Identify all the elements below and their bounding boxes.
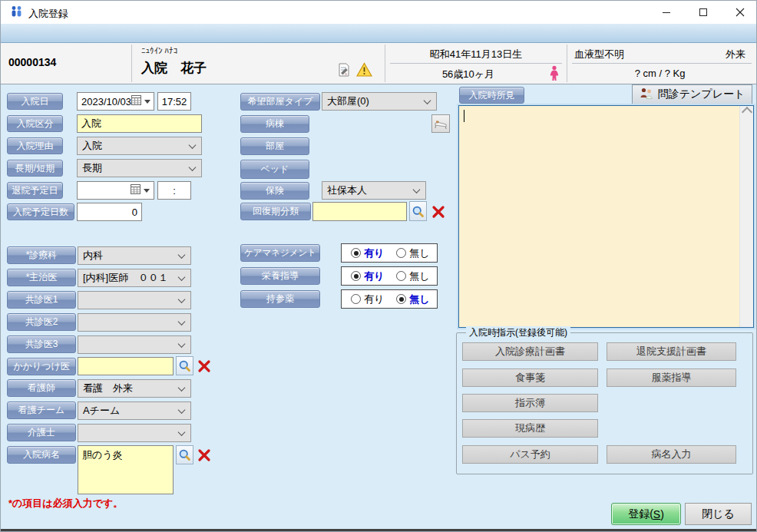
warning-icon bbox=[356, 62, 372, 81]
maximize-button[interactable] bbox=[686, 1, 721, 24]
radio-dot bbox=[396, 248, 406, 258]
edit-document-icon[interactable] bbox=[336, 62, 352, 81]
calendar-icon[interactable] bbox=[131, 184, 140, 197]
nutrition-guidance-yes-radio[interactable]: 有り bbox=[351, 269, 384, 283]
admission-disease-textarea[interactable]: 胆のう炎 bbox=[78, 445, 174, 494]
co-doctor-1-select[interactable] bbox=[78, 291, 191, 309]
label-ward: 病棟 bbox=[240, 115, 309, 133]
admission-reason-select[interactable]: 入院 bbox=[77, 137, 202, 155]
scroll-up-icon[interactable] bbox=[742, 107, 752, 117]
nurse-team-value: Aチーム bbox=[83, 404, 120, 418]
close-window-button[interactable] bbox=[722, 1, 757, 24]
divider bbox=[567, 45, 567, 82]
divider bbox=[385, 45, 385, 82]
label-co-doctor-1: 共診医1 bbox=[7, 291, 76, 309]
disease-search-button[interactable] bbox=[176, 445, 193, 464]
label-room: 部屋 bbox=[240, 137, 309, 155]
save-label-key: S bbox=[653, 508, 660, 520]
label-nurse: 看護師 bbox=[7, 379, 76, 397]
admission-registration-window: 入院登録 00000134 ﾆｭｳｲﾝ ﾊﾅｺ 入院 花子 bbox=[0, 0, 757, 532]
required-note: *の項目は必須入力です。 bbox=[8, 497, 123, 511]
disease-entry-button[interactable]: 病名入力 bbox=[607, 445, 736, 464]
family-doctor-clear-button[interactable] bbox=[196, 357, 213, 375]
term-select[interactable]: 長期 bbox=[77, 159, 202, 177]
present-illness-button[interactable]: 現病歴 bbox=[462, 419, 598, 438]
recovery-class-clear-button[interactable] bbox=[430, 202, 446, 221]
brought-medicine-radio-group: 有り 無し bbox=[341, 289, 438, 309]
discharge-date-input[interactable] bbox=[77, 181, 154, 200]
minimize-button[interactable] bbox=[649, 1, 684, 24]
brought-medicine-yes-radio[interactable]: 有り bbox=[351, 292, 384, 306]
admission-findings-textarea[interactable] bbox=[458, 105, 754, 328]
admission-class-input[interactable]: 入院 bbox=[77, 114, 202, 133]
medication-guidance-button[interactable]: 服薬指導 bbox=[607, 368, 736, 387]
label-admission-class: 入院区分 bbox=[7, 115, 63, 132]
disease-clear-button[interactable] bbox=[196, 446, 213, 464]
brought-medicine-no-radio[interactable]: 無し bbox=[396, 292, 429, 306]
window-bottom-edge bbox=[1, 529, 756, 532]
divider bbox=[572, 63, 752, 64]
care-management-radio-group: 有り 無し bbox=[341, 243, 438, 263]
family-doctor-input[interactable] bbox=[78, 357, 174, 375]
text-cursor bbox=[464, 110, 464, 122]
label-caregiver: 介護士 bbox=[7, 424, 76, 441]
care-plan-button[interactable]: 入院診療計画書 bbox=[462, 342, 598, 361]
planned-days-input[interactable]: 0 bbox=[77, 203, 142, 221]
calendar-icon[interactable] bbox=[131, 95, 141, 107]
co-doctor-2-select[interactable] bbox=[78, 313, 191, 332]
radio-dot bbox=[396, 271, 406, 281]
window-title: 入院登録 bbox=[28, 7, 68, 21]
save-label-suffix: ) bbox=[660, 508, 664, 520]
patient-body-measure: ? cm / ? Kg bbox=[568, 68, 752, 79]
caregiver-select[interactable] bbox=[78, 424, 191, 442]
label-care-management: ケアマネジメント bbox=[240, 244, 320, 262]
order-book-button[interactable]: 指示簿 bbox=[462, 394, 598, 412]
radio-label: 有り bbox=[364, 246, 384, 260]
admission-time-input[interactable]: 17:52 bbox=[157, 92, 191, 111]
admission-date-input[interactable]: 2023/10/03 bbox=[77, 92, 154, 111]
label-term: 長期/短期 bbox=[7, 160, 63, 177]
divider bbox=[131, 45, 132, 82]
label-admission-disease: 入院病名 bbox=[7, 446, 76, 464]
co-doctor-3-select[interactable] bbox=[78, 335, 191, 354]
radio-dot bbox=[351, 271, 361, 281]
close-button[interactable]: 閉じる bbox=[685, 503, 752, 525]
discharge-time-input[interactable]: : bbox=[157, 181, 191, 200]
label-room-type: 希望部屋タイプ bbox=[240, 93, 320, 111]
nurse-team-select[interactable]: Aチーム bbox=[78, 401, 191, 420]
attending-doctor-select[interactable]: [内科]医師 ００１ bbox=[78, 269, 191, 287]
chevron-down-icon[interactable] bbox=[144, 189, 150, 193]
label-co-doctor-2: 共診医2 bbox=[7, 313, 76, 331]
label-family-doctor: かかりつけ医 bbox=[7, 358, 76, 375]
family-doctor-search-button[interactable] bbox=[176, 356, 193, 375]
interview-template-button[interactable]: 問診テンプレート bbox=[632, 84, 752, 104]
label-nurse-team: 看護チーム bbox=[7, 401, 76, 419]
room-type-select[interactable]: 大部屋(0) bbox=[322, 92, 437, 111]
save-button[interactable]: 登録(S) bbox=[611, 503, 681, 525]
discharge-support-button[interactable]: 退院支援計画書 bbox=[607, 342, 736, 361]
patient-age: 56歳10ヶ月 bbox=[386, 68, 550, 81]
interview-template-label: 問診テンプレート bbox=[658, 88, 745, 101]
findings-scrollbar[interactable] bbox=[739, 106, 753, 327]
nutrition-guidance-no-radio[interactable]: 無し bbox=[396, 269, 429, 283]
nurse-select[interactable]: 看護 外来 bbox=[78, 379, 191, 398]
path-reservation-button[interactable]: パス予約 bbox=[462, 445, 598, 464]
meal-ticket-button[interactable]: 食事箋 bbox=[462, 368, 598, 387]
patient-blood-type: 血液型不明 bbox=[574, 48, 624, 61]
label-attending-doctor: *主治医 bbox=[7, 269, 76, 286]
doctor-patient-icon bbox=[640, 87, 653, 103]
recovery-class-input[interactable] bbox=[312, 202, 407, 221]
chevron-down-icon[interactable] bbox=[144, 100, 150, 104]
care-management-yes-radio[interactable]: 有り bbox=[351, 246, 384, 260]
care-management-no-radio[interactable]: 無し bbox=[396, 246, 429, 260]
patient-name: 入院 花子 bbox=[141, 59, 207, 77]
label-co-doctor-3: 共診医3 bbox=[7, 335, 76, 353]
admission-date-value: 2023/10/03 bbox=[81, 96, 131, 107]
label-admission-reason: 入院理由 bbox=[7, 137, 63, 154]
department-select[interactable]: 内科 bbox=[78, 246, 191, 265]
insurance-select[interactable]: 社保本人 bbox=[322, 181, 426, 200]
bed-select-button[interactable] bbox=[431, 114, 450, 133]
recovery-class-search-button[interactable] bbox=[409, 201, 427, 221]
nutrition-guidance-radio-group: 有り 無し bbox=[341, 266, 438, 286]
nurse-value: 看護 外来 bbox=[83, 382, 133, 395]
